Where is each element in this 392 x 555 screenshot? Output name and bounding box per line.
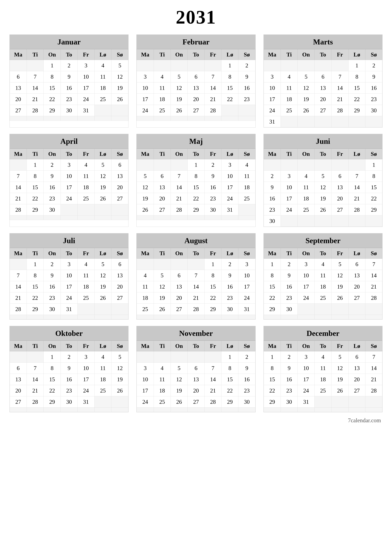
day-cell: 14: [205, 82, 221, 94]
day-cell: 17: [298, 374, 314, 385]
week-row: 21222324252627: [10, 193, 128, 204]
day-cell: [44, 315, 61, 319]
day-cell: 26: [94, 292, 111, 304]
day-header: Ma: [264, 149, 281, 159]
day-cell: 18: [154, 94, 171, 105]
day-cell: [221, 315, 238, 319]
day-header: Ma: [137, 149, 154, 159]
day-cell: 24: [238, 292, 255, 304]
month-header: April: [10, 134, 128, 149]
week-row: [10, 315, 128, 319]
day-cell: 14: [27, 82, 44, 94]
day-cell: 21: [187, 292, 204, 304]
day-cell: 18: [154, 385, 171, 396]
day-header: Lø: [221, 248, 238, 259]
day-cell: 27: [154, 204, 171, 215]
day-cell: 19: [94, 281, 111, 292]
month-header: September: [264, 233, 382, 248]
day-header: To: [314, 49, 331, 60]
day-cell: [205, 315, 221, 319]
day-cell: 15: [44, 374, 61, 385]
day-cell: [154, 116, 171, 121]
day-cell: 16: [281, 374, 298, 385]
day-cell: 16: [205, 182, 221, 193]
day-cell: 7: [27, 71, 44, 82]
day-cell: 20: [187, 94, 204, 105]
day-cell: 19: [331, 374, 348, 385]
day-cell: [187, 259, 204, 270]
year-title: 2031: [9, 6, 383, 28]
day-cell: [154, 408, 171, 412]
month-header: August: [136, 233, 255, 248]
day-header: Fr: [331, 49, 348, 60]
day-cell: 29: [365, 204, 382, 215]
day-cell: 9: [44, 270, 61, 281]
day-cell: 31: [264, 116, 281, 127]
day-cell: [94, 396, 111, 408]
week-row: [264, 315, 382, 319]
day-cell: 7: [365, 351, 382, 363]
day-cell: 24: [298, 385, 314, 396]
day-header: Fr: [331, 341, 348, 351]
day-cell: 9: [61, 71, 78, 82]
week-row: 17181920212223: [137, 385, 255, 396]
day-cell: 10: [238, 270, 255, 281]
day-cell: [154, 60, 171, 71]
day-cell: 23: [221, 292, 238, 304]
week-row: 3456789: [137, 71, 255, 82]
day-cell: [27, 116, 44, 121]
day-cell: 1: [27, 159, 44, 171]
day-cell: 10: [137, 374, 154, 385]
day-cell: 23: [238, 94, 255, 105]
month-table: MaTiOnToFrLøSø12345678910111213141516171…: [10, 341, 128, 412]
week-row: 30: [264, 215, 382, 227]
day-cell: 8: [264, 363, 281, 374]
day-cell: 16: [264, 193, 281, 204]
day-cell: 22: [27, 193, 44, 204]
day-cell: 23: [44, 193, 61, 204]
week-row: 2345678: [264, 171, 382, 182]
day-header: Fr: [331, 248, 348, 259]
day-cell: 25: [314, 292, 331, 304]
day-cell: 1: [44, 351, 61, 363]
day-cell: 17: [78, 82, 94, 94]
day-cell: 20: [111, 281, 128, 292]
day-cell: 1: [27, 259, 44, 270]
day-cell: 1: [264, 259, 281, 270]
day-cell: 8: [221, 363, 238, 374]
day-cell: 22: [205, 292, 221, 304]
day-header: Ti: [27, 149, 44, 159]
day-cell: 26: [137, 204, 154, 215]
day-header: Ti: [281, 341, 298, 351]
day-cell: [298, 315, 314, 319]
day-cell: [221, 116, 238, 121]
day-cell: 26: [111, 385, 128, 396]
day-cell: [137, 408, 154, 412]
day-cell: 13: [111, 270, 128, 281]
day-cell: 30: [61, 105, 78, 116]
day-cell: [137, 159, 154, 171]
day-cell: 29: [264, 396, 281, 408]
day-cell: 14: [205, 374, 221, 385]
day-cell: [137, 60, 154, 71]
day-cell: 4: [78, 259, 94, 270]
day-cell: 7: [205, 363, 221, 374]
day-cell: [61, 204, 78, 215]
day-header: Sø: [365, 149, 382, 159]
week-row: 23242526272829: [264, 204, 382, 215]
day-header: On: [298, 49, 314, 60]
day-cell: [221, 105, 238, 116]
day-header: Fr: [205, 341, 221, 351]
day-cell: [264, 159, 281, 171]
day-cell: 4: [298, 171, 314, 182]
day-cell: [298, 215, 314, 227]
week-row: 2728293031: [10, 105, 128, 116]
day-cell: 6: [111, 259, 128, 270]
day-cell: 11: [94, 363, 111, 374]
day-header: Fr: [205, 149, 221, 159]
day-header: Sø: [111, 149, 128, 159]
day-cell: 21: [205, 385, 221, 396]
day-cell: 7: [187, 270, 204, 281]
day-cell: [27, 408, 44, 412]
day-cell: 1: [365, 159, 382, 171]
